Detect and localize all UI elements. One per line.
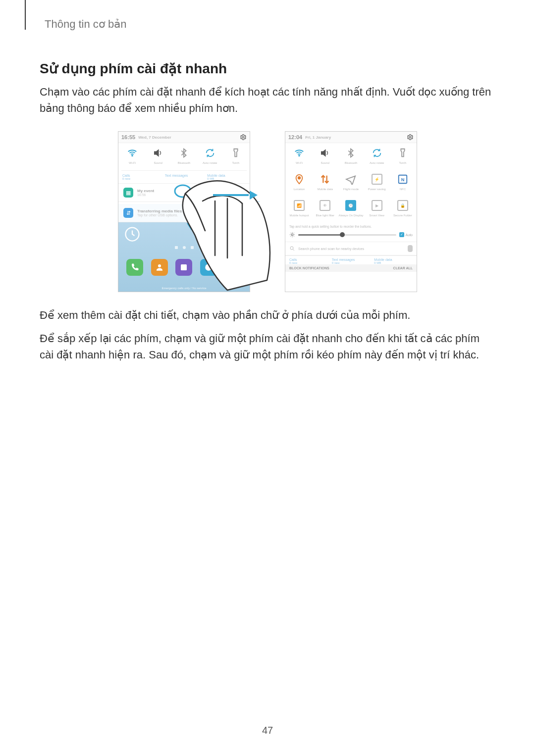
mic-icon[interactable] — [408, 245, 413, 252]
qs-secure-folder[interactable]: 🔒Secure Folder — [390, 199, 416, 221]
qs-torch[interactable]: Torch — [223, 146, 249, 168]
checkbox-icon: ✓ — [399, 232, 404, 237]
qs-power-saving[interactable]: ⚡Power saving — [364, 172, 390, 195]
back-icon[interactable] — [191, 246, 194, 249]
notification-card[interactable]: ⇵ Transferring media files via USB Tap f… — [118, 204, 250, 222]
qs-blue-light[interactable]: 👁Blue light filter — [312, 199, 338, 221]
svg-text:N: N — [401, 177, 405, 182]
clear-all-button[interactable]: CLEAR ALL — [393, 266, 413, 270]
browser-app-icon[interactable] — [200, 259, 217, 276]
cast-icon: ▶ — [370, 199, 384, 212]
qs-label[interactable]: Location — [294, 188, 305, 195]
svg-point-14 — [235, 269, 236, 270]
usage-strip: Calls0 new Text messages0 new Mobile dat… — [285, 255, 417, 264]
svg-point-11 — [235, 267, 236, 268]
header-rule — [25, 0, 26, 30]
rotate-icon — [370, 146, 384, 160]
qs-label[interactable]: Secure Folder — [393, 214, 412, 221]
qs-label[interactable]: Wi-Fi — [296, 161, 303, 168]
page-number: 47 — [0, 725, 535, 736]
clock-icon: 🕐 — [344, 199, 358, 212]
settings-gear-icon[interactable] — [407, 134, 414, 141]
search-bar[interactable]: Search phone and scan for nearby devices — [285, 242, 417, 255]
qs-label[interactable]: Bluetooth — [345, 161, 357, 168]
apps-drawer-icon[interactable] — [225, 259, 242, 276]
svg-point-13 — [233, 269, 234, 270]
usage-data[interactable]: Mobile data0 MB — [372, 258, 415, 264]
qs-label[interactable]: NFC — [400, 188, 406, 195]
qs-bluetooth[interactable]: Bluetooth — [338, 146, 364, 168]
brightness-slider[interactable]: ✓ Auto — [285, 230, 417, 242]
qs-label[interactable]: Always On Display — [338, 214, 363, 221]
usage-title: Text messages — [332, 258, 355, 261]
location-icon — [292, 172, 306, 186]
qs-label[interactable]: Sound — [321, 161, 329, 168]
qs-label[interactable]: Sound — [154, 161, 162, 168]
sound-icon — [151, 146, 165, 160]
qs-label[interactable]: Auto rotate — [370, 161, 384, 168]
usb-icon: ⇵ — [123, 208, 133, 218]
qs-label[interactable]: Power saving — [368, 188, 386, 195]
qs-flight-mode[interactable]: Flight mode — [338, 172, 364, 195]
qs-hotspot[interactable]: 📶Mobile hotspot — [286, 199, 312, 221]
home-icon[interactable] — [183, 246, 186, 249]
wifi-icon — [292, 146, 306, 160]
usage-strip: Calls 0 new Text messages Mobile data 0 … — [118, 172, 250, 184]
qs-label[interactable]: Auto rotate — [203, 161, 217, 168]
recent-icon[interactable] — [175, 246, 178, 249]
qs-label[interactable]: Torch — [232, 161, 240, 168]
qs-label[interactable]: Mobile data — [318, 188, 333, 195]
qs-wifi[interactable]: Wi-Fi — [119, 146, 145, 168]
qs-label[interactable]: Torch — [399, 161, 407, 168]
qs-label[interactable]: Flight mode — [343, 188, 359, 195]
qs-label[interactable]: Blue light filter — [316, 214, 334, 221]
usage-title: Text messages — [165, 174, 188, 177]
gallery-app-icon[interactable] — [175, 259, 192, 276]
qs-smart-view[interactable]: ▶Smart View — [364, 199, 390, 221]
qs-sound[interactable]: Sound — [145, 146, 171, 168]
qs-location[interactable]: Location — [286, 172, 312, 195]
qs-wifi[interactable]: Wi-Fi — [286, 146, 312, 168]
svg-point-16 — [409, 136, 411, 138]
usage-calls[interactable]: Calls0 new — [287, 258, 330, 264]
qs-bluetooth[interactable]: Bluetooth — [171, 146, 197, 168]
airplane-icon — [344, 172, 358, 186]
slider-thumb[interactable] — [340, 232, 345, 237]
svg-point-21 — [291, 234, 293, 236]
quick-settings-row-2: Location Mobile data Flight mode ⚡Power … — [285, 169, 417, 196]
qs-mobile-data[interactable]: Mobile data — [312, 172, 338, 195]
qs-label[interactable]: Bluetooth — [178, 161, 190, 168]
qs-rotate[interactable]: Auto rotate — [197, 146, 223, 168]
qs-torch[interactable]: Torch — [390, 146, 416, 168]
quick-settings-row: Wi-Fi Sound Bluetooth — [118, 143, 250, 169]
folder-lock-icon: 🔒 — [396, 199, 410, 212]
qs-nfc[interactable]: NNFC — [390, 172, 416, 195]
usage-texts[interactable]: Text messages0 new — [330, 258, 373, 264]
nav-buttons[interactable] — [118, 246, 250, 249]
usage-sub: 0 MB — [207, 177, 214, 180]
usage-data[interactable]: Mobile data 0 MB — [205, 174, 248, 180]
usage-calls[interactable]: Calls 0 new — [120, 174, 163, 180]
qs-label[interactable]: Mobile hotspot — [290, 214, 309, 221]
eye-icon: 👁 — [318, 199, 332, 212]
phone-app-icon[interactable] — [126, 259, 143, 276]
usage-texts[interactable]: Text messages — [163, 174, 206, 180]
contacts-app-icon[interactable] — [151, 259, 168, 276]
section-title: Sử dụng phím cài đặt nhanh — [40, 60, 495, 77]
reorder-hint: Tap and hold a quick setting button to r… — [285, 222, 417, 230]
qs-label[interactable]: Smart View — [369, 214, 384, 221]
qs-label[interactable]: Wi-Fi — [129, 161, 136, 168]
auto-brightness-toggle[interactable]: ✓ Auto — [399, 232, 413, 237]
paragraph-detail-settings: Để xem thêm cài đặt chi tiết, chạm vào p… — [40, 307, 495, 323]
document-page: Thông tin cơ bản Sử dụng phím cài đặt nh… — [0, 0, 535, 756]
torch-icon — [396, 146, 410, 160]
qs-rotate[interactable]: Auto rotate — [364, 146, 390, 168]
qs-aod[interactable]: 🕐Always On Display — [338, 199, 364, 221]
qs-sound[interactable]: Sound — [312, 146, 338, 168]
block-notifications-button[interactable]: BLOCK NOTIFICATIONS — [289, 266, 329, 270]
date-text: Fri, 1 January — [305, 135, 407, 140]
settings-gear-icon[interactable] — [240, 134, 247, 141]
slider-track[interactable] — [298, 234, 396, 236]
notification-actions: BLOCK NOTIFICATIONS CLEAR ALL — [285, 264, 417, 272]
wifi-icon — [125, 146, 139, 160]
